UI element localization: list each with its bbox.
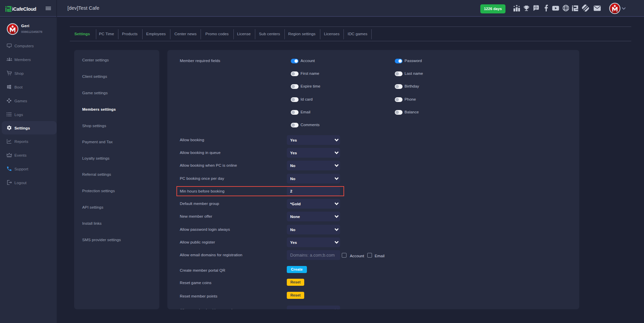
svg-text:iCafeCloud: iCafeCloud [12, 6, 36, 12]
